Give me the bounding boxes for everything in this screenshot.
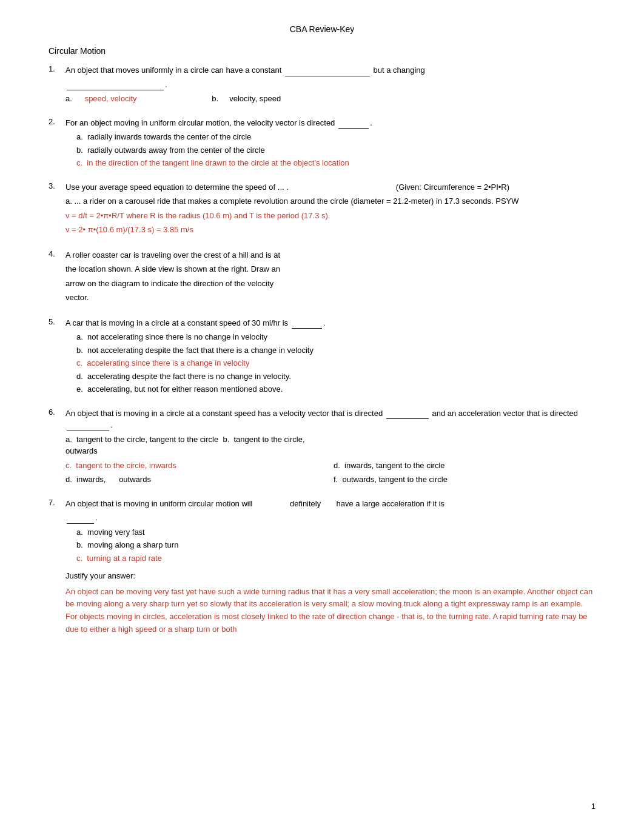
- q2-option-a: a. radially inwards towards the center o…: [76, 131, 595, 143]
- q1-content: An object that moves uniformly in a circ…: [65, 64, 595, 106]
- q6-option-c: c. tangent to the circle, inwards: [65, 460, 327, 472]
- q5-content: A car that is moving in a circle at a co…: [65, 317, 595, 397]
- q5-text: A car that is moving in a circle at a co…: [65, 317, 595, 329]
- q7-option-a: a. moving very fast: [76, 526, 595, 538]
- question-6: 6. An object that is moving in a circle …: [49, 407, 595, 487]
- q4-line1: A roller coaster car is traveling over t…: [65, 249, 595, 261]
- q7-content: An object that is moving in uniform circ…: [65, 498, 595, 639]
- question-7: 7. An object that is moving in uniform c…: [49, 498, 595, 639]
- q4-line4: vector.: [65, 292, 595, 304]
- q6-blank2: [67, 431, 109, 431]
- q4-number: 4.: [49, 249, 65, 306]
- q5-blank: [292, 328, 322, 329]
- q5-option-a: a. not accelerating since there is no ch…: [76, 331, 595, 343]
- q3-formula2: v = 2• π•(10.6 m)/(17.3 s) = 3.85 m/s: [65, 224, 595, 236]
- q7-option-c: c. turning at a rapid rate: [76, 552, 595, 565]
- q4-line2: the location shown. A side view is shown…: [65, 263, 595, 275]
- q7-text: An object that is moving in uniform circ…: [65, 498, 595, 510]
- q6-option-f: f. outwards, tangent to the circle: [334, 474, 595, 486]
- q5-number: 5.: [49, 317, 65, 397]
- q6-option-a: a. tangent to the circle, tangent to the…: [65, 434, 327, 457]
- question-3: 3. Use your average speed equation to de…: [49, 181, 595, 238]
- q6-option-d: d. inwards, outwards: [65, 474, 327, 486]
- q2-content: For an object moving in uniform circular…: [65, 117, 595, 170]
- q7-blank: .: [65, 512, 595, 524]
- q5-option-e: e. accelerating, but not for either reas…: [76, 383, 595, 395]
- q3-content: Use your average speed equation to deter…: [65, 181, 595, 238]
- q7-justify-text: An object can be moving very fast yet ha…: [65, 586, 595, 636]
- q1-blank2: [67, 90, 164, 90]
- q1-number: 1.: [49, 64, 65, 106]
- q6-options: a. tangent to the circle, tangent to the…: [65, 434, 595, 487]
- q4-line3: arrow on the diagram to indicate the dir…: [65, 278, 595, 290]
- q7-number: 7.: [49, 498, 65, 639]
- question-5: 5. A car that is moving in a circle at a…: [49, 317, 595, 397]
- question-4: 4. A roller coaster car is traveling ove…: [49, 249, 595, 306]
- q1-text: An object that moves uniformly in a circ…: [65, 64, 595, 76]
- q1-option-a: a. speed, velocity b. velocity, speed: [65, 93, 595, 105]
- q3-sub-a: a. ... a rider on a carousel ride that m…: [65, 195, 595, 207]
- q5-option-b: b. not accelerating despite the fact tha…: [76, 344, 595, 357]
- q6-content: An object that is moving in a circle at …: [65, 407, 595, 487]
- page-title: CBA Review-Key: [49, 24, 595, 34]
- q2-text: For an object moving in uniform circular…: [65, 117, 595, 129]
- q6-text: An object that is moving in a circle at …: [65, 407, 595, 431]
- q2-option-c: c. in the direction of the tangent line …: [76, 157, 595, 169]
- q6-number: 6.: [49, 407, 65, 487]
- question-1: 1. An object that moves uniformly in a c…: [49, 64, 595, 106]
- q5-option-d: d. accelerating despite the fact there i…: [76, 371, 595, 383]
- page-number: 1: [591, 802, 595, 811]
- q3-number: 3.: [49, 181, 65, 238]
- q7-options: a. moving very fast b. moving along a sh…: [65, 526, 595, 565]
- q2-option-b: b. radially outwards away from the cente…: [76, 144, 595, 156]
- q2-number: 2.: [49, 117, 65, 170]
- q3-formula1: v = d/t = 2•π•R/T where R is the radius …: [65, 210, 595, 222]
- q2-blank: [338, 128, 369, 129]
- q1-options: a. speed, velocity b. velocity, speed: [65, 93, 595, 105]
- q5-option-c: c. accelerating since there is a change …: [76, 357, 595, 369]
- q2-options: a. radially inwards towards the center o…: [65, 131, 595, 169]
- q4-content: A roller coaster car is traveling over t…: [65, 249, 595, 306]
- q1-underline-row: .: [65, 79, 595, 91]
- q5-options: a. not accelerating since there is no ch…: [65, 331, 595, 395]
- q7-option-b: b. moving along a sharp turn: [76, 539, 595, 551]
- q6-option-d-right: d. inwards, tangent to the circle: [334, 460, 595, 472]
- q7-justify-label: Justify your answer:: [65, 570, 595, 582]
- section-title: Circular Motion: [49, 46, 595, 56]
- q6-blank1: [386, 418, 429, 419]
- question-2: 2. For an object moving in uniform circu…: [49, 117, 595, 170]
- q3-text: Use your average speed equation to deter…: [65, 181, 595, 193]
- q1-blank1: [285, 76, 370, 76]
